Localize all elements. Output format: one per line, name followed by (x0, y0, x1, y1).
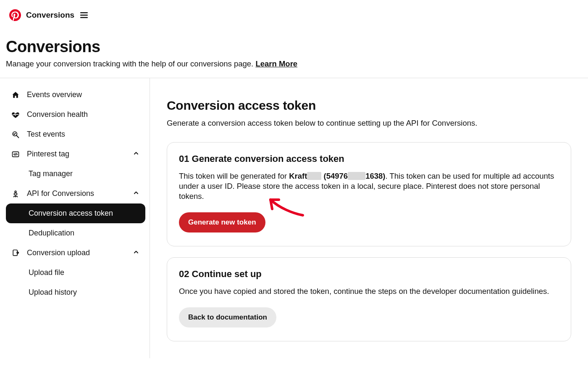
heartbeat-icon (11, 111, 20, 119)
redacted-segment (307, 172, 321, 180)
page-title: Conversions (6, 38, 582, 56)
card-body: This token will be generated for Kraft (… (179, 171, 559, 201)
top-bar: Conversions (0, 0, 588, 24)
svg-point-6 (15, 191, 16, 193)
chevron-up-icon (133, 150, 139, 159)
sidebar-item-label: Conversion upload (27, 248, 90, 257)
svg-line-4 (17, 135, 19, 137)
sidebar-item-label: Pinterest tag (27, 150, 69, 159)
svg-rect-1 (80, 14, 88, 15)
sidebar-item-label: Tag manager (29, 169, 73, 178)
sidebar-item-conversion-health[interactable]: Conversion health (6, 105, 145, 124)
subtitle-text: Manage your conversion tracking with the… (6, 59, 255, 68)
section-description: Generate a conversion access token below… (167, 119, 571, 128)
sidebar-item-events-overview[interactable]: Events overview (6, 85, 145, 105)
sidebar-item-label: API for Conversions (27, 189, 94, 198)
sidebar-item-conversion-access-token[interactable]: Conversion access token (6, 203, 145, 223)
upload-icon (11, 249, 20, 257)
sidebar-item-label: Upload file (29, 268, 64, 277)
card-title: 02 Continue set up (179, 269, 559, 280)
card-body: Once you have copied and stored the toke… (179, 286, 559, 296)
page-subtitle: Manage your conversion tracking with the… (6, 59, 582, 69)
redacted-segment (348, 172, 365, 180)
sidebar-item-test-events[interactable]: Test events (6, 124, 145, 144)
svg-rect-7 (14, 193, 17, 195)
sidebar-item-label: Events overview (27, 90, 82, 99)
topbar-title: Conversions (26, 11, 74, 20)
sidebar-item-upload-history[interactable]: Upload history (6, 283, 145, 302)
page-header: Conversions Manage your conversion track… (0, 24, 588, 69)
card-continue-setup: 02 Continue set up Once you have copied … (167, 257, 571, 341)
chevron-up-icon (133, 189, 139, 198)
sidebar-item-label: Test events (27, 130, 65, 139)
section-title: Conversion access token (167, 98, 571, 113)
sidebar-item-label: Conversion health (27, 110, 88, 119)
home-icon (11, 91, 20, 99)
pinterest-logo-icon (9, 9, 21, 21)
sidebar-item-deduplication[interactable]: Deduplication (6, 223, 145, 243)
api-icon (11, 190, 20, 198)
learn-more-link[interactable]: Learn More (255, 59, 297, 68)
chevron-up-icon (133, 248, 139, 257)
account-name: Kraft (549761638) (289, 172, 385, 180)
sidebar-item-label: Deduplication (29, 229, 74, 238)
main-content: Conversion access token Generate a conve… (150, 78, 588, 358)
sidebar-item-conversion-upload[interactable]: Conversion upload (6, 243, 145, 263)
sidebar-item-upload-file[interactable]: Upload file (6, 263, 145, 283)
sidebar-item-api-for-conversions[interactable]: API for Conversions (6, 184, 145, 203)
sidebar-item-label: Upload history (29, 288, 77, 297)
sidebar-item-tag-manager[interactable]: Tag manager (6, 164, 145, 184)
generate-new-token-button[interactable]: Generate new token (179, 212, 265, 232)
sidebar-item-pinterest-tag[interactable]: Pinterest tag (6, 144, 145, 164)
card-body-text: This token will be generated for (179, 172, 289, 180)
menu-icon[interactable] (80, 11, 88, 19)
back-to-documentation-button[interactable]: Back to documentation (179, 307, 276, 328)
sidebar-item-label: Conversion access token (29, 209, 113, 218)
code-tag-icon (11, 150, 20, 159)
card-generate-token: 01 Generate conversion access token This… (167, 142, 571, 246)
sidebar: Events overview Conversion health Test e… (0, 78, 150, 358)
svg-rect-0 (80, 12, 88, 13)
card-title: 01 Generate conversion access token (179, 153, 559, 164)
magnify-icon (11, 130, 20, 139)
svg-rect-2 (80, 17, 88, 18)
